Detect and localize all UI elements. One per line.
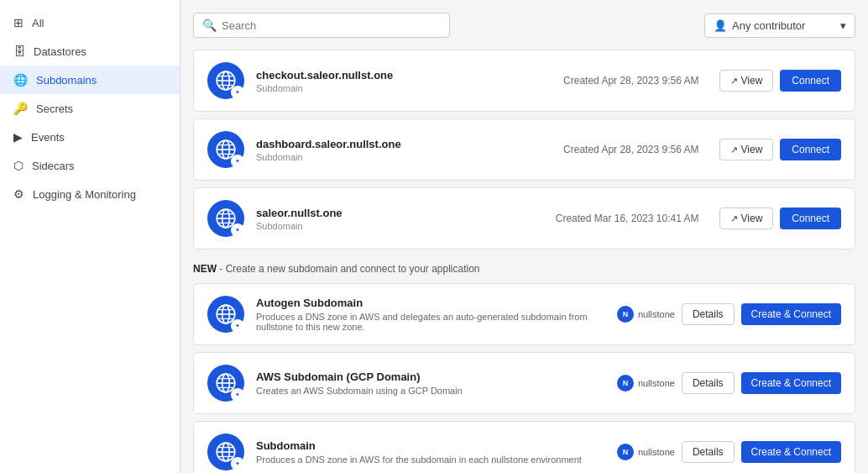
globe-icon: ✦ <box>207 62 244 99</box>
resource-date: Created Mar 16, 2023 10:41 AM <box>556 213 699 224</box>
contributor-label: Any contributor <box>732 19 805 32</box>
template-globe-badge: ✦ <box>231 388 244 402</box>
create-connect-button[interactable]: Create & Connect <box>741 372 841 394</box>
sidebar-icon-logging: ⚙ <box>13 187 24 201</box>
sidebar-item-all[interactable]: ⊞ All <box>0 8 180 37</box>
external-link-icon: ↗ <box>730 213 738 224</box>
sidebar-icon-datastores: 🗄 <box>13 45 25 58</box>
template-card: ✦ Autogen Subdomain Produces a DNS zone … <box>193 283 855 345</box>
external-link-icon: ↗ <box>730 76 738 87</box>
template-description: Creates an AWS Subdomain using a GCP Dom… <box>256 386 605 396</box>
sidebar-icon-all: ⊞ <box>13 16 24 29</box>
view-label: View <box>741 213 763 224</box>
sidebar-item-datastores[interactable]: 🗄 Datastores <box>0 37 180 66</box>
details-button[interactable]: Details <box>682 441 735 463</box>
sidebar-item-events[interactable]: ▶ Events <box>0 123 180 151</box>
new-label-text: - Create a new subdomain and connect to … <box>217 263 480 275</box>
resource-subtitle: Subdomain <box>256 83 552 93</box>
resource-title: saleor.nullst.one <box>256 207 544 219</box>
contributor-icon: 👤 <box>714 19 727 32</box>
sidebar-label-sidecars: Sidecars <box>32 160 75 172</box>
globe-badge: ✦ <box>231 86 244 99</box>
contributor-dropdown[interactable]: 👤 Any contributor ▾ <box>704 13 855 38</box>
template-info: Subdomain Produces a DNS zone in AWS for… <box>256 439 605 465</box>
sidebar-icon-events: ▶ <box>13 130 23 144</box>
template-globe-icon: ✦ <box>207 365 244 402</box>
resource-subtitle: Subdomain <box>256 221 544 231</box>
sidebar-icon-sidecars: ⬡ <box>13 159 24 172</box>
template-info: Autogen Subdomain Produces a DNS zone in… <box>256 297 605 332</box>
template-title: Subdomain <box>256 439 605 452</box>
template-list: ✦ Autogen Subdomain Produces a DNS zone … <box>193 283 855 473</box>
resource-title: checkout.saleor.nullst.one <box>256 69 552 81</box>
globe-icon: ✦ <box>207 200 244 237</box>
resource-subtitle: Subdomain <box>256 152 552 162</box>
resource-card: ✦ dashboard.saleor.nullst.one Subdomain … <box>193 118 855 181</box>
card-info: dashboard.saleor.nullst.one Subdomain <box>256 138 552 162</box>
sidebar-item-sidecars[interactable]: ⬡ Sidecars <box>0 151 180 180</box>
sidebar-icon-subdomains: 🌐 <box>13 73 28 87</box>
sidebar-label-subdomains: Subdomains <box>36 74 97 87</box>
card-info: checkout.saleor.nullst.one Subdomain <box>256 69 552 93</box>
create-connect-button[interactable]: Create & Connect <box>741 303 841 325</box>
provider-logo: N <box>617 375 634 392</box>
connect-button[interactable]: Connect <box>780 70 841 92</box>
sidebar-item-subdomains[interactable]: 🌐 Subdomains <box>0 66 180 94</box>
resource-card: ✦ checkout.saleor.nullst.one Subdomain C… <box>193 50 855 112</box>
details-button[interactable]: Details <box>682 372 735 394</box>
template-card: ✦ AWS Subdomain (GCP Domain) Creates an … <box>193 352 855 414</box>
card-actions: ↗ View Connect <box>719 70 842 92</box>
provider-badge: N nullstone <box>617 306 675 323</box>
provider-badge: N nullstone <box>617 375 675 392</box>
view-button[interactable]: ↗ View <box>719 139 774 160</box>
provider-name: nullstone <box>638 447 675 457</box>
sidebar-item-logging[interactable]: ⚙ Logging & Monitoring <box>0 180 180 208</box>
new-label-bold: NEW <box>193 263 217 275</box>
card-info: saleor.nullst.one Subdomain <box>256 207 544 231</box>
template-globe-icon: ✦ <box>207 296 244 333</box>
create-connect-button[interactable]: Create & Connect <box>741 441 841 463</box>
view-label: View <box>741 144 763 155</box>
template-globe-badge: ✦ <box>231 319 244 333</box>
sidebar-label-logging: Logging & Monitoring <box>33 188 136 201</box>
chevron-down-icon: ▾ <box>840 19 846 32</box>
template-actions: N nullstone Details Create & Connect <box>617 441 841 463</box>
view-button[interactable]: ↗ View <box>719 70 774 92</box>
template-description: Produces a DNS zone in AWS and delegates… <box>256 312 605 332</box>
resource-title: dashboard.saleor.nullst.one <box>256 138 552 150</box>
main-content: 🔍 👤 Any contributor ▾ ✦ checkout. <box>180 0 868 473</box>
provider-logo: N <box>617 306 634 323</box>
view-label: View <box>741 75 763 87</box>
details-button[interactable]: Details <box>682 303 735 325</box>
sidebar-label-all: All <box>32 17 44 29</box>
topbar: 🔍 👤 Any contributor ▾ <box>193 13 855 38</box>
resource-date: Created Apr 28, 2023 9:56 AM <box>563 144 698 155</box>
connect-button[interactable]: Connect <box>780 208 841 229</box>
template-actions: N nullstone Details Create & Connect <box>617 372 841 394</box>
search-box[interactable]: 🔍 <box>193 13 450 38</box>
existing-resources-list: ✦ checkout.saleor.nullst.one Subdomain C… <box>193 50 855 250</box>
sidebar-label-secrets: Secrets <box>36 102 73 115</box>
template-info: AWS Subdomain (GCP Domain) Creates an AW… <box>256 371 605 396</box>
template-description: Produces a DNS zone in AWS for the subdo… <box>256 455 605 465</box>
globe-badge: ✦ <box>231 223 244 237</box>
sidebar: ⊞ All🗄 Datastores🌐 Subdomains🔑 Secrets▶ … <box>0 0 180 473</box>
view-button[interactable]: ↗ View <box>719 208 774 229</box>
resource-date: Created Apr 28, 2023 9:56 AM <box>563 75 698 87</box>
globe-badge: ✦ <box>231 155 244 168</box>
sidebar-label-events: Events <box>31 131 65 144</box>
card-actions: ↗ View Connect <box>719 139 842 160</box>
connect-button[interactable]: Connect <box>780 139 841 160</box>
sidebar-label-datastores: Datastores <box>34 45 86 58</box>
card-actions: ↗ View Connect <box>719 208 842 229</box>
template-card: ✦ Subdomain Produces a DNS zone in AWS f… <box>193 421 855 473</box>
search-input[interactable] <box>222 19 441 32</box>
template-title: AWS Subdomain (GCP Domain) <box>256 371 605 383</box>
provider-badge: N nullstone <box>617 444 675 460</box>
sidebar-icon-secrets: 🔑 <box>13 102 28 115</box>
search-icon: 🔍 <box>202 18 217 32</box>
template-globe-icon: ✦ <box>207 434 244 470</box>
provider-logo: N <box>617 444 634 460</box>
sidebar-item-secrets[interactable]: 🔑 Secrets <box>0 94 180 123</box>
provider-name: nullstone <box>638 309 675 319</box>
